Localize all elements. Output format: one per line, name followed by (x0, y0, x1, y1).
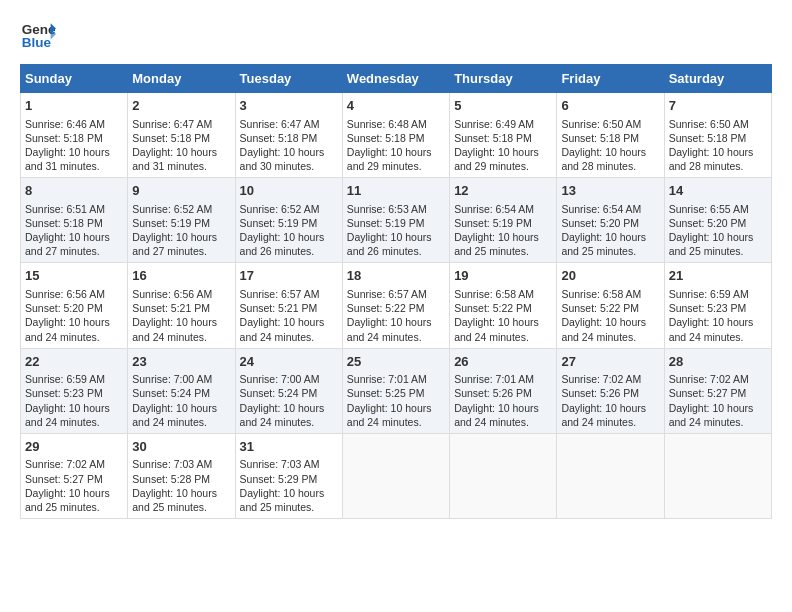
day-number: 2 (132, 97, 230, 115)
calendar-cell: 22Sunrise: 6:59 AMSunset: 5:23 PMDayligh… (21, 348, 128, 433)
sunrise: Sunrise: 6:52 AM (132, 203, 212, 215)
sunrise: Sunrise: 6:54 AM (454, 203, 534, 215)
daylight: Daylight: 10 hours and 24 minutes. (454, 402, 539, 428)
header-cell-tuesday: Tuesday (235, 65, 342, 93)
sunrise: Sunrise: 7:02 AM (561, 373, 641, 385)
sunrise: Sunrise: 6:56 AM (132, 288, 212, 300)
sunrise: Sunrise: 6:59 AM (669, 288, 749, 300)
daylight: Daylight: 10 hours and 24 minutes. (454, 316, 539, 342)
svg-text:Blue: Blue (22, 35, 52, 50)
sunrise: Sunrise: 6:55 AM (669, 203, 749, 215)
day-number: 8 (25, 182, 123, 200)
daylight: Daylight: 10 hours and 31 minutes. (25, 146, 110, 172)
day-number: 14 (669, 182, 767, 200)
sunset: Sunset: 5:18 PM (347, 132, 425, 144)
day-number: 29 (25, 438, 123, 456)
sunrise: Sunrise: 6:49 AM (454, 118, 534, 130)
calendar-cell: 24Sunrise: 7:00 AMSunset: 5:24 PMDayligh… (235, 348, 342, 433)
sunset: Sunset: 5:24 PM (132, 387, 210, 399)
calendar-cell: 17Sunrise: 6:57 AMSunset: 5:21 PMDayligh… (235, 263, 342, 348)
sunset: Sunset: 5:24 PM (240, 387, 318, 399)
sunset: Sunset: 5:18 PM (25, 217, 103, 229)
sunset: Sunset: 5:20 PM (669, 217, 747, 229)
sunset: Sunset: 5:18 PM (25, 132, 103, 144)
daylight: Daylight: 10 hours and 24 minutes. (561, 402, 646, 428)
day-number: 3 (240, 97, 338, 115)
calendar-table: SundayMondayTuesdayWednesdayThursdayFrid… (20, 64, 772, 519)
sunrise: Sunrise: 6:53 AM (347, 203, 427, 215)
sunset: Sunset: 5:22 PM (561, 302, 639, 314)
sunrise: Sunrise: 6:48 AM (347, 118, 427, 130)
sunrise: Sunrise: 6:57 AM (347, 288, 427, 300)
day-number: 1 (25, 97, 123, 115)
sunset: Sunset: 5:19 PM (347, 217, 425, 229)
header-cell-thursday: Thursday (450, 65, 557, 93)
day-number: 10 (240, 182, 338, 200)
sunset: Sunset: 5:26 PM (561, 387, 639, 399)
daylight: Daylight: 10 hours and 25 minutes. (561, 231, 646, 257)
sunset: Sunset: 5:20 PM (25, 302, 103, 314)
header-cell-friday: Friday (557, 65, 664, 93)
header-cell-sunday: Sunday (21, 65, 128, 93)
daylight: Daylight: 10 hours and 29 minutes. (454, 146, 539, 172)
day-number: 26 (454, 353, 552, 371)
calendar-cell: 11Sunrise: 6:53 AMSunset: 5:19 PMDayligh… (342, 178, 449, 263)
daylight: Daylight: 10 hours and 25 minutes. (25, 487, 110, 513)
daylight: Daylight: 10 hours and 25 minutes. (454, 231, 539, 257)
daylight: Daylight: 10 hours and 24 minutes. (347, 316, 432, 342)
day-number: 20 (561, 267, 659, 285)
sunrise: Sunrise: 7:00 AM (132, 373, 212, 385)
calendar-cell (450, 433, 557, 518)
sunset: Sunset: 5:18 PM (132, 132, 210, 144)
sunrise: Sunrise: 7:03 AM (132, 458, 212, 470)
day-number: 30 (132, 438, 230, 456)
calendar-cell: 16Sunrise: 6:56 AMSunset: 5:21 PMDayligh… (128, 263, 235, 348)
sunrise: Sunrise: 7:03 AM (240, 458, 320, 470)
sunset: Sunset: 5:25 PM (347, 387, 425, 399)
daylight: Daylight: 10 hours and 27 minutes. (132, 231, 217, 257)
day-number: 27 (561, 353, 659, 371)
calendar-cell: 15Sunrise: 6:56 AMSunset: 5:20 PMDayligh… (21, 263, 128, 348)
daylight: Daylight: 10 hours and 28 minutes. (669, 146, 754, 172)
sunrise: Sunrise: 7:01 AM (347, 373, 427, 385)
calendar-cell: 25Sunrise: 7:01 AMSunset: 5:25 PMDayligh… (342, 348, 449, 433)
day-number: 7 (669, 97, 767, 115)
daylight: Daylight: 10 hours and 24 minutes. (240, 316, 325, 342)
sunset: Sunset: 5:21 PM (132, 302, 210, 314)
sunset: Sunset: 5:18 PM (669, 132, 747, 144)
day-number: 31 (240, 438, 338, 456)
sunset: Sunset: 5:19 PM (240, 217, 318, 229)
sunrise: Sunrise: 6:50 AM (669, 118, 749, 130)
sunset: Sunset: 5:29 PM (240, 473, 318, 485)
sunrise: Sunrise: 6:59 AM (25, 373, 105, 385)
sunset: Sunset: 5:21 PM (240, 302, 318, 314)
calendar-cell: 7Sunrise: 6:50 AMSunset: 5:18 PMDaylight… (664, 93, 771, 178)
daylight: Daylight: 10 hours and 24 minutes. (669, 402, 754, 428)
daylight: Daylight: 10 hours and 24 minutes. (347, 402, 432, 428)
daylight: Daylight: 10 hours and 29 minutes. (347, 146, 432, 172)
calendar-cell: 12Sunrise: 6:54 AMSunset: 5:19 PMDayligh… (450, 178, 557, 263)
calendar-cell: 14Sunrise: 6:55 AMSunset: 5:20 PMDayligh… (664, 178, 771, 263)
daylight: Daylight: 10 hours and 25 minutes. (132, 487, 217, 513)
calendar-cell: 30Sunrise: 7:03 AMSunset: 5:28 PMDayligh… (128, 433, 235, 518)
sunrise: Sunrise: 6:58 AM (454, 288, 534, 300)
day-number: 4 (347, 97, 445, 115)
calendar-cell: 28Sunrise: 7:02 AMSunset: 5:27 PMDayligh… (664, 348, 771, 433)
day-number: 21 (669, 267, 767, 285)
sunset: Sunset: 5:18 PM (240, 132, 318, 144)
calendar-cell (342, 433, 449, 518)
calendar-cell: 8Sunrise: 6:51 AMSunset: 5:18 PMDaylight… (21, 178, 128, 263)
day-number: 11 (347, 182, 445, 200)
sunrise: Sunrise: 6:47 AM (240, 118, 320, 130)
day-number: 6 (561, 97, 659, 115)
daylight: Daylight: 10 hours and 28 minutes. (561, 146, 646, 172)
week-row-4: 22Sunrise: 6:59 AMSunset: 5:23 PMDayligh… (21, 348, 772, 433)
daylight: Daylight: 10 hours and 30 minutes. (240, 146, 325, 172)
calendar-cell: 23Sunrise: 7:00 AMSunset: 5:24 PMDayligh… (128, 348, 235, 433)
sunset: Sunset: 5:27 PM (669, 387, 747, 399)
day-number: 16 (132, 267, 230, 285)
daylight: Daylight: 10 hours and 24 minutes. (25, 402, 110, 428)
day-number: 13 (561, 182, 659, 200)
sunrise: Sunrise: 7:01 AM (454, 373, 534, 385)
calendar-cell (664, 433, 771, 518)
